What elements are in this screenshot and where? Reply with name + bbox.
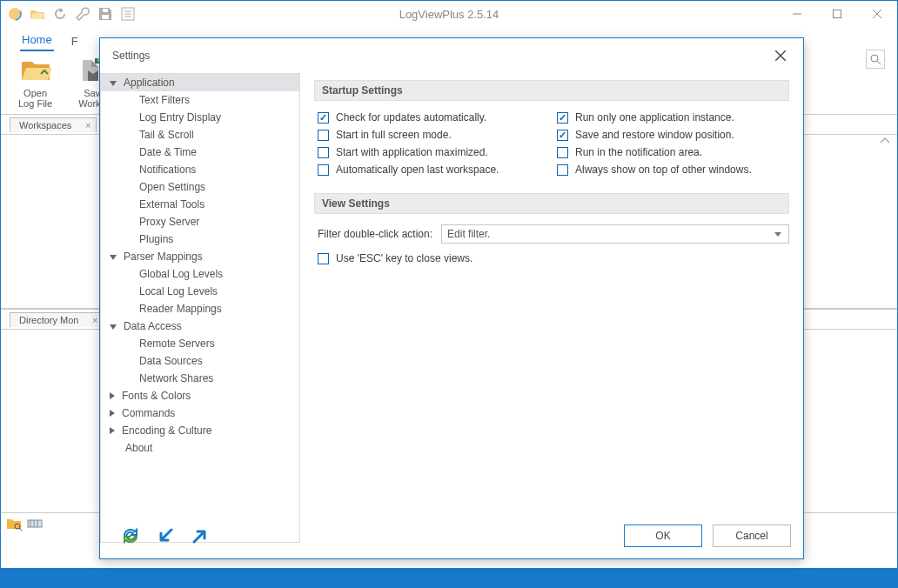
nav-fonts-colors[interactable]: Fonts & Colors	[101, 387, 299, 404]
folder-search-icon[interactable]	[6, 517, 22, 531]
svg-rect-3	[103, 9, 108, 12]
import-icon[interactable]	[156, 526, 175, 545]
svg-rect-5	[834, 10, 841, 18]
filter-dbl-click-label: Filter double-click action:	[318, 228, 432, 240]
always-on-top-label: Always show on top of other windows.	[575, 164, 752, 176]
folder-open-icon	[20, 55, 51, 86]
use-esc-checkbox[interactable]	[318, 253, 329, 264]
status-bar	[1, 568, 897, 587]
dialog-close-button[interactable]	[770, 45, 791, 66]
qat-open-icon[interactable]	[29, 5, 46, 23]
reset-icon[interactable]	[121, 526, 140, 545]
close-icon[interactable]: ×	[85, 120, 90, 130]
save-restore-pos-checkbox[interactable]	[557, 130, 568, 141]
ok-button[interactable]: OK	[624, 525, 702, 547]
tab-file-partial[interactable]: F	[70, 35, 80, 51]
search-box-icon[interactable]	[866, 50, 885, 69]
close-button[interactable]	[857, 1, 897, 27]
settings-content: Startup Settings Check for updates autom…	[300, 73, 803, 543]
qat-list-icon[interactable]	[119, 5, 137, 23]
cancel-button[interactable]: Cancel	[713, 525, 791, 547]
nav-text-filters[interactable]: Text Filters	[101, 91, 299, 109]
check-updates-checkbox[interactable]	[318, 112, 329, 124]
qat-save-icon[interactable]	[97, 5, 114, 23]
nav-data-sources[interactable]: Data Sources	[101, 352, 299, 370]
dialog-title: Settings	[112, 50, 150, 62]
qat-refresh-icon[interactable]	[51, 5, 69, 23]
auto-open-last-label: Automatically open last workspace.	[336, 164, 499, 176]
nav-network-shares[interactable]: Network Shares	[101, 370, 299, 387]
nav-application[interactable]: Application	[101, 74, 299, 91]
directory-tab-label: Directory Mon	[19, 315, 78, 325]
open-log-file-label: OpenLog File	[18, 88, 52, 109]
timeline-icon[interactable]	[27, 517, 43, 531]
nav-local-log-levels[interactable]: Local Log Levels	[101, 283, 299, 300]
export-icon[interactable]	[191, 526, 210, 545]
check-updates-label: Check for updates automatically.	[336, 111, 486, 124]
nav-open-settings[interactable]: Open Settings	[101, 178, 299, 196]
settings-dialog: Settings Application Text Filters Log En…	[99, 37, 804, 559]
run-notification-checkbox[interactable]	[557, 147, 568, 158]
nav-parser-mappings[interactable]: Parser Mappings	[101, 248, 299, 265]
nav-log-entry-display[interactable]: Log Entry Display	[101, 109, 299, 126]
quick-access-toolbar	[1, 5, 137, 23]
save-restore-pos-label: Save and restore window position.	[575, 129, 734, 141]
startup-settings-header: Startup Settings	[314, 80, 789, 101]
svg-rect-2	[102, 15, 109, 19]
qat-wrench-icon[interactable]	[74, 5, 91, 23]
maximize-button[interactable]	[817, 1, 857, 27]
open-log-file-button[interactable]: OpenLog File	[18, 51, 52, 109]
nav-reader-mappings[interactable]: Reader Mappings	[101, 300, 299, 317]
filter-dbl-click-select[interactable]: Edit filter.	[441, 224, 789, 244]
nav-remote-servers[interactable]: Remote Servers	[101, 335, 299, 352]
title-bar: LogViewPlus 2.5.14	[1, 1, 897, 27]
svg-rect-9	[28, 520, 42, 527]
run-one-instance-checkbox[interactable]	[557, 112, 568, 124]
run-one-instance-label: Run only one application instance.	[575, 111, 734, 124]
nav-tail-scroll[interactable]: Tail & Scroll	[101, 126, 299, 144]
workspaces-tab[interactable]: Workspaces×	[10, 117, 97, 132]
start-fullscreen-checkbox[interactable]	[318, 130, 329, 141]
always-on-top-checkbox[interactable]	[557, 164, 568, 176]
directory-monitor-tab[interactable]: Directory Mon×	[10, 312, 104, 327]
minimize-button[interactable]	[777, 1, 817, 27]
run-notification-label: Run in the notification area.	[575, 146, 702, 158]
tab-home[interactable]: Home	[20, 33, 54, 51]
view-settings-header: View Settings	[314, 193, 789, 214]
app-icon	[6, 5, 23, 23]
nav-data-access[interactable]: Data Access	[101, 317, 299, 335]
window-controls	[777, 1, 897, 27]
start-maximized-label: Start with application maximized.	[336, 146, 488, 158]
settings-nav[interactable]: Application Text Filters Log Entry Displ…	[100, 73, 300, 543]
close-icon[interactable]: ×	[92, 315, 97, 325]
start-fullscreen-label: Start in full screen mode.	[336, 129, 452, 141]
workspaces-tab-label: Workspaces	[19, 120, 71, 130]
nav-global-log-levels[interactable]: Global Log Levels	[101, 265, 299, 283]
auto-open-last-checkbox[interactable]	[318, 164, 329, 176]
start-maximized-checkbox[interactable]	[318, 147, 329, 158]
svg-point-7	[871, 55, 878, 62]
use-esc-label: Use 'ESC' key to close views.	[336, 252, 472, 264]
nav-commands[interactable]: Commands	[101, 404, 299, 422]
dialog-footer: OK Cancel	[100, 513, 803, 558]
nav-proxy-server[interactable]: Proxy Server	[101, 213, 299, 231]
nav-plugins[interactable]: Plugins	[101, 231, 299, 248]
collapse-ribbon-icon[interactable]	[880, 136, 890, 146]
nav-external-tools[interactable]: External Tools	[101, 196, 299, 213]
nav-encoding-culture[interactable]: Encoding & Culture	[101, 422, 299, 439]
nav-date-time[interactable]: Date & Time	[101, 144, 299, 161]
nav-about[interactable]: About	[101, 439, 299, 457]
nav-notifications[interactable]: Notifications	[101, 161, 299, 178]
